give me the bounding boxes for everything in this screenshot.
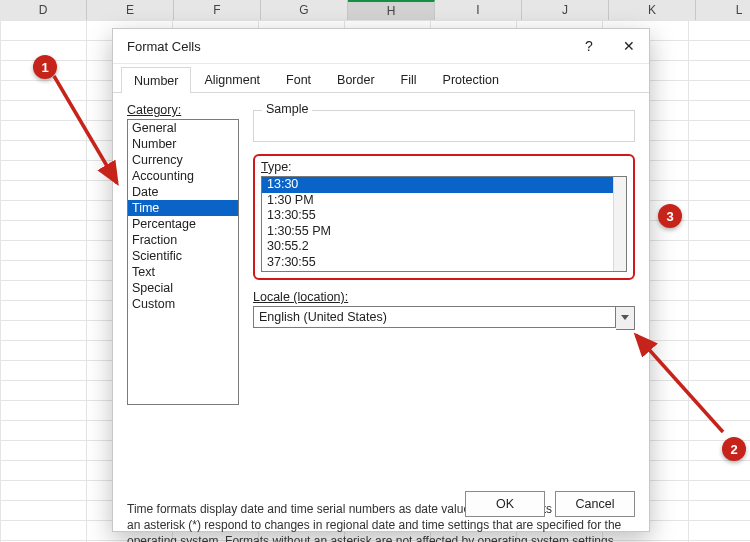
locale-dropdown[interactable]: English (United States) [253, 306, 635, 330]
tab-fill[interactable]: Fill [388, 66, 430, 92]
annotation-badge-1: 1 [33, 55, 57, 79]
column-header-E[interactable]: E [87, 0, 174, 20]
sample-fieldset: Sample [253, 110, 635, 142]
type-option[interactable]: 13:30:55 [262, 208, 626, 224]
dialog-title: Format Cells [113, 39, 201, 54]
type-option[interactable]: 30:55.2 [262, 239, 626, 255]
sample-label: Sample [262, 102, 312, 116]
category-percentage[interactable]: Percentage [128, 216, 238, 232]
cancel-button[interactable]: Cancel [555, 491, 635, 517]
format-cells-dialog: Format Cells ? ✕ NumberAlignmentFontBord… [112, 28, 650, 532]
type-option[interactable]: 37:30:55 [262, 255, 626, 271]
category-time[interactable]: Time [128, 200, 238, 216]
type-label: Type: [261, 160, 627, 174]
column-header-G[interactable]: G [261, 0, 348, 20]
category-date[interactable]: Date [128, 184, 238, 200]
category-number[interactable]: Number [128, 136, 238, 152]
category-fraction[interactable]: Fraction [128, 232, 238, 248]
type-option[interactable]: 1:30 PM [262, 193, 626, 209]
category-accounting[interactable]: Accounting [128, 168, 238, 184]
category-general[interactable]: General [128, 120, 238, 136]
type-listbox[interactable]: 13:301:30 PM13:30:551:30:55 PM30:55.237:… [261, 176, 627, 272]
tab-protection[interactable]: Protection [430, 66, 512, 92]
dialog-titlebar: Format Cells ? ✕ [113, 29, 649, 64]
type-option[interactable]: 1:30:55 PM [262, 224, 626, 240]
column-header-H[interactable]: H [348, 0, 435, 20]
category-special[interactable]: Special [128, 280, 238, 296]
ok-button[interactable]: OK [465, 491, 545, 517]
column-header-D[interactable]: D [0, 0, 87, 20]
tab-number[interactable]: Number [121, 67, 191, 93]
column-header-F[interactable]: F [174, 0, 261, 20]
help-button[interactable]: ? [569, 29, 609, 63]
category-custom[interactable]: Custom [128, 296, 238, 312]
type-option[interactable]: 3/14/12 1:30 PM [262, 270, 626, 272]
category-currency[interactable]: Currency [128, 152, 238, 168]
annotation-badge-2: 2 [722, 437, 746, 461]
column-header-J[interactable]: J [522, 0, 609, 20]
tab-border[interactable]: Border [324, 66, 388, 92]
category-listbox[interactable]: GeneralNumberCurrencyAccountingDateTimeP… [127, 119, 239, 405]
chevron-down-icon[interactable] [616, 306, 635, 330]
tab-font[interactable]: Font [273, 66, 324, 92]
annotation-badge-3: 3 [658, 204, 682, 228]
column-header-I[interactable]: I [435, 0, 522, 20]
column-headers: DEFGHIJKL [0, 0, 750, 21]
scrollbar[interactable] [613, 177, 626, 271]
type-option[interactable]: 13:30 [262, 177, 626, 193]
tab-alignment[interactable]: Alignment [191, 66, 273, 92]
type-highlight-box: Type: 13:301:30 PM13:30:551:30:55 PM30:5… [253, 154, 635, 280]
locale-label: Locale (location): [253, 290, 635, 304]
locale-value: English (United States) [259, 310, 387, 324]
dialog-tabs: NumberAlignmentFontBorderFillProtection [113, 64, 649, 93]
category-label: Category: [127, 103, 239, 117]
column-header-L[interactable]: L [696, 0, 750, 20]
category-text[interactable]: Text [128, 264, 238, 280]
category-scientific[interactable]: Scientific [128, 248, 238, 264]
close-button[interactable]: ✕ [609, 29, 649, 63]
column-header-K[interactable]: K [609, 0, 696, 20]
